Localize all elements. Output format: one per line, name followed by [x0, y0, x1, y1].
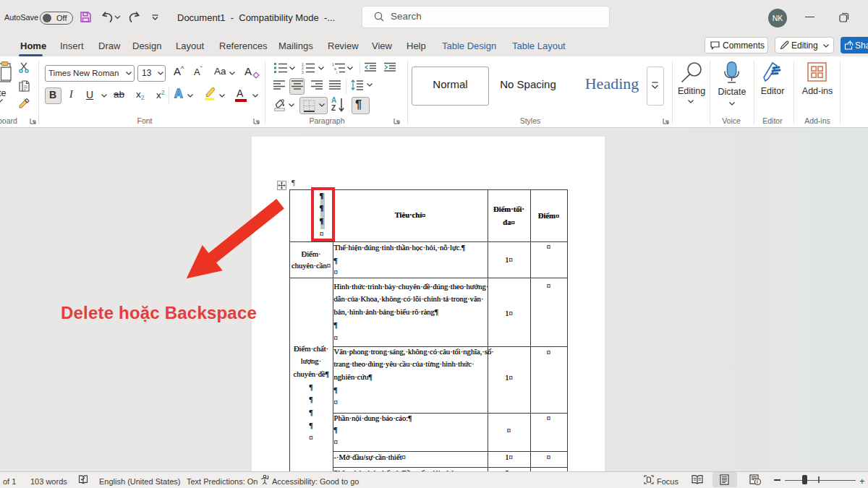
svg-text:3: 3	[302, 70, 304, 74]
svg-text:i: i	[757, 479, 758, 484]
svg-text:i: i	[336, 70, 337, 74]
